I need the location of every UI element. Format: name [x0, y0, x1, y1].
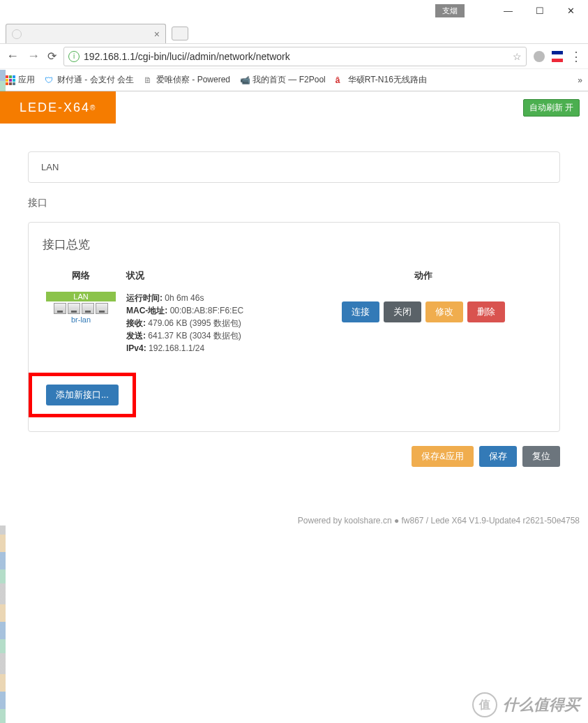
brand-logo[interactable]: LEDE-X64® — [0, 91, 116, 124]
document-icon: 🗎 — [144, 75, 153, 85]
maximize-button[interactable]: ☐ — [524, 1, 555, 20]
close-window-button[interactable]: ✕ — [555, 1, 587, 20]
lan-badge: LAN — [46, 292, 116, 301]
save-apply-button[interactable]: 保存&应用 — [412, 446, 474, 467]
save-button[interactable]: 保存 — [479, 446, 517, 467]
unknown-titlebar-button[interactable]: 支烟 — [435, 4, 465, 17]
interface-overview-panel: 接口总览 网络 状况 动作 LAN — [28, 222, 560, 432]
apps-icon — [6, 75, 15, 85]
bookmark-asus[interactable]: â 华硕RT-N16无线路由 — [336, 74, 427, 86]
shutdown-button[interactable]: 关闭 — [384, 301, 421, 322]
bookmarks-bar: 应用 🛡 财付通 - 会支付 会生 🗎 爱唯侦察 - Powered 📹 我的首… — [0, 68, 588, 91]
footer-text: Powered by koolshare.cn ● fw867 / Lede X… — [0, 516, 588, 526]
edit-button[interactable]: 修改 — [425, 301, 463, 322]
minimize-button[interactable]: — — [492, 1, 524, 20]
bookmarks-overflow-button[interactable]: » — [578, 75, 582, 85]
bookmark-caifutong[interactable]: 🛡 财付通 - 会支付 会生 — [45, 74, 134, 86]
page-content: LEDE-X64® 自动刷新 开 LAN 接口 接口总览 网络 状况 动作 LA… — [0, 91, 588, 526]
connect-button[interactable]: 连接 — [342, 301, 379, 322]
add-interface-button[interactable]: 添加新接口... — [46, 385, 119, 405]
apps-bookmark[interactable]: 应用 — [6, 74, 35, 86]
new-tab-button[interactable] — [172, 27, 188, 40]
bridge-name: br-lan — [46, 315, 116, 324]
url-text: 192.168.1.1/cgi-bin/luci//admin/network/… — [84, 51, 290, 62]
bookmark-star-icon[interactable]: ☆ — [513, 51, 522, 62]
interface-row-lan: LAN br-lan 运行时间: 0h 6m 46s — [43, 286, 545, 360]
browser-tab[interactable]: × — [6, 24, 166, 43]
panel-title: 接口总览 — [43, 237, 545, 253]
network-box[interactable]: LAN br-lan — [46, 292, 116, 324]
bookmark-f2pool[interactable]: 📹 我的首页 — F2Pool — [240, 74, 326, 86]
auto-refresh-toggle[interactable]: 自动刷新 开 — [523, 99, 580, 117]
ethernet-port-icon — [54, 303, 66, 314]
browser-menu-icon[interactable]: ⋮ — [570, 49, 582, 64]
header-actions: 动作 — [301, 269, 545, 282]
section-title: 接口 — [28, 197, 560, 209]
bookmark-aiwei[interactable]: 🗎 爱唯侦察 - Powered — [144, 74, 230, 86]
back-button[interactable]: ← — [6, 49, 20, 64]
camera-icon: 📹 — [240, 75, 250, 85]
reload-button[interactable]: ⟳ — [47, 50, 56, 63]
watermark-text: 什么值得买 — [503, 694, 580, 715]
shield-icon: 🛡 — [45, 75, 54, 85]
delete-button[interactable]: 删除 — [467, 301, 505, 322]
header-status: 状况 — [119, 269, 301, 282]
asus-icon: â — [336, 75, 345, 85]
browser-chrome: 支烟 — ☐ ✕ × ← → ⟳ i 192.168.1.1/cgi-bin/l… — [0, 0, 588, 91]
tab-lan[interactable]: LAN — [28, 151, 560, 183]
port-icons — [46, 303, 116, 314]
reset-button[interactable]: 复位 — [522, 446, 560, 467]
watermark: 值 什么值得买 — [472, 692, 580, 717]
extension-globe-icon[interactable] — [534, 51, 545, 62]
status-lines: 运行时间: 0h 6m 46s MAC-地址: 00:0B:AB:8F:F6:E… — [126, 292, 301, 355]
ethernet-port-icon — [96, 303, 108, 314]
address-bar[interactable]: i 192.168.1.1/cgi-bin/luci//admin/networ… — [63, 47, 527, 66]
close-tab-icon[interactable]: × — [154, 29, 160, 40]
watermark-icon: 值 — [472, 692, 497, 717]
site-info-icon[interactable]: i — [68, 51, 80, 62]
ethernet-port-icon — [68, 303, 80, 314]
extension-flag-icon[interactable] — [552, 51, 563, 62]
header-network: 网络 — [43, 269, 119, 282]
ethernet-port-icon — [82, 303, 94, 314]
favicon-icon — [12, 29, 22, 39]
forward-button[interactable]: → — [27, 49, 40, 64]
highlight-annotation: 添加新接口... — [29, 373, 136, 417]
